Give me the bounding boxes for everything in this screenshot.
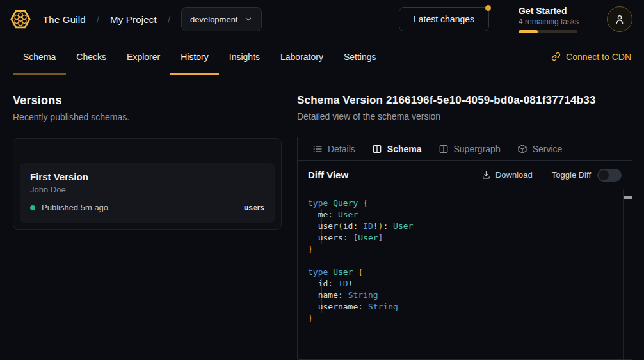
latest-changes-button[interactable]: Latest changes: [399, 7, 489, 31]
columns-icon: [372, 144, 382, 154]
get-started-progress-fill: [519, 30, 538, 33]
toggle-diff-switch[interactable]: [597, 169, 622, 182]
target-nav-tabs: Schema Checks Explorer History Insights …: [13, 38, 387, 75]
diff-toolbar: Diff View Download Toggle Diff: [298, 161, 632, 189]
download-label: Download: [495, 170, 533, 180]
user-icon: [613, 13, 626, 26]
detail-tab-label: Details: [328, 144, 355, 154]
breadcrumb-project[interactable]: My Project: [110, 14, 157, 25]
app-header: The Guild / My Project / development Lat…: [0, 0, 644, 38]
detail-tabs: Details Schema Supergraph: [298, 137, 632, 161]
versions-subtitle: Recently published schemas.: [13, 112, 282, 122]
service-badge: users: [244, 203, 264, 212]
download-button[interactable]: Download: [481, 170, 533, 180]
get-started-subtitle: 4 remaining tasks: [519, 17, 577, 26]
versions-title: Versions: [13, 94, 282, 107]
code-scrollbar[interactable]: [623, 189, 632, 359]
version-detail-panel: Details Schema Supergraph: [297, 137, 632, 360]
version-detail-section: Schema Version 2166196f-5e10-4059-bd0a-0…: [297, 94, 632, 360]
get-started-progress-bar: [519, 30, 577, 33]
version-detail-subtitle: Detailed view of the schema version: [297, 111, 632, 121]
detail-tab-label: Schema: [387, 144, 422, 154]
chevron-down-icon: [244, 15, 253, 24]
environment-select[interactable]: development: [181, 7, 261, 31]
list-icon: [312, 144, 323, 154]
versions-list-card: First Version John Doe Published 5m ago …: [13, 138, 282, 230]
breadcrumb-org[interactable]: The Guild: [43, 14, 86, 25]
get-started-title: Get Started: [519, 6, 577, 16]
versions-section: Versions Recently published schemas. Fir…: [13, 94, 282, 360]
diff-view-title: Diff View: [308, 169, 348, 180]
tab-insights[interactable]: Insights: [219, 38, 270, 75]
tab-history[interactable]: History: [170, 38, 219, 75]
connect-to-cdn-link[interactable]: Connect to CDN: [551, 38, 631, 75]
cube-icon: [517, 144, 527, 154]
tab-settings[interactable]: Settings: [334, 38, 387, 75]
published-status-dot: [30, 205, 35, 210]
environment-select-value: development: [190, 15, 237, 24]
version-detail-title: Schema Version 2166196f-5e10-4059-bd0a-0…: [297, 94, 632, 107]
download-icon: [481, 170, 491, 180]
hive-logo-icon: [9, 8, 32, 31]
version-name: First Version: [30, 171, 264, 182]
tab-laboratory[interactable]: Laboratory: [270, 38, 334, 75]
user-avatar[interactable]: [607, 6, 632, 32]
detail-tab-schema[interactable]: Schema: [364, 137, 430, 160]
latest-changes-label: Latest changes: [414, 14, 474, 24]
detail-tab-label: Supergraph: [454, 144, 501, 154]
columns-icon: [439, 144, 449, 154]
app-root: The Guild / My Project / development Lat…: [0, 0, 644, 360]
get-started-widget[interactable]: Get Started 4 remaining tasks: [519, 6, 577, 33]
notification-dot: [485, 5, 491, 11]
detail-tab-details[interactable]: Details: [304, 137, 364, 160]
detail-tab-service[interactable]: Service: [509, 137, 571, 160]
version-status: Published 5m ago: [42, 203, 108, 212]
main-content: Versions Recently published schemas. Fir…: [0, 75, 644, 360]
breadcrumb-separator: /: [97, 14, 99, 25]
tab-schema[interactable]: Schema: [13, 38, 66, 75]
breadcrumb-separator: /: [168, 14, 170, 25]
version-author: John Doe: [30, 185, 264, 194]
version-list-item[interactable]: First Version John Doe Published 5m ago …: [20, 163, 275, 223]
hive-logo[interactable]: [9, 8, 32, 31]
tab-checks[interactable]: Checks: [66, 38, 117, 75]
link-icon: [551, 52, 561, 61]
toggle-diff-label: Toggle Diff: [552, 170, 591, 180]
toggle-diff-knob: [599, 170, 609, 180]
target-nav: Schema Checks Explorer History Insights …: [0, 38, 644, 75]
schema-code-viewer: type Query { me: User user(id: ID!): Use…: [298, 189, 632, 359]
connect-to-cdn-label: Connect to CDN: [566, 52, 631, 62]
code-scrollbar-thumb[interactable]: [624, 196, 632, 199]
detail-tab-label: Service: [533, 144, 563, 154]
detail-tab-supergraph[interactable]: Supergraph: [430, 137, 509, 160]
tab-explorer[interactable]: Explorer: [117, 38, 170, 75]
schema-code: type Query { me: User user(id: ID!): Use…: [298, 189, 632, 333]
